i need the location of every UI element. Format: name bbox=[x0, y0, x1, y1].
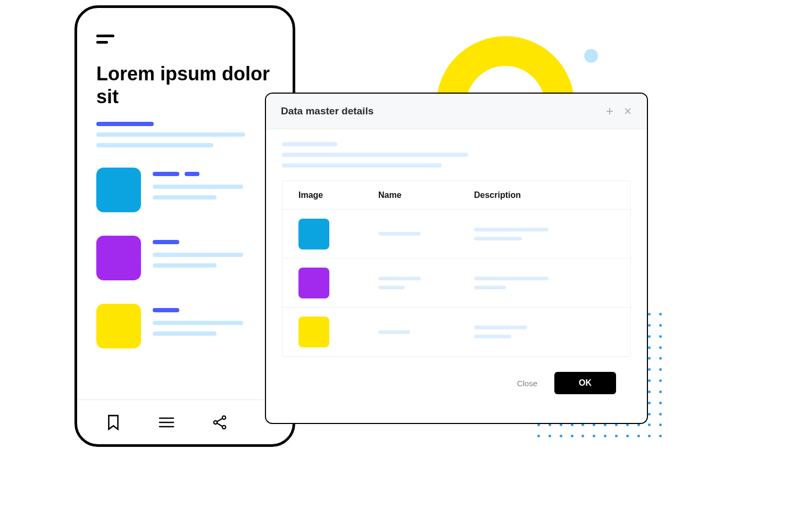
bookmark-icon[interactable] bbox=[105, 414, 122, 431]
ok-button[interactable]: OK bbox=[554, 372, 616, 394]
cell-description bbox=[474, 228, 614, 240]
list-icon[interactable] bbox=[158, 414, 175, 431]
svg-line-6 bbox=[217, 418, 222, 421]
data-table: Image Name Description bbox=[282, 180, 631, 357]
svg-point-3 bbox=[222, 415, 226, 419]
row-thumb-purple bbox=[298, 268, 329, 298]
table-row[interactable] bbox=[282, 210, 630, 259]
cell-name bbox=[378, 330, 474, 334]
share-icon[interactable] bbox=[211, 414, 228, 431]
modal-intro-skeleton bbox=[282, 142, 631, 168]
list-item[interactable] bbox=[96, 236, 273, 280]
col-image: Image bbox=[298, 190, 378, 200]
cell-name bbox=[378, 277, 474, 289]
row-thumb-yellow bbox=[298, 317, 329, 347]
phone-mockup: Lorem ipsum dolor sit bbox=[74, 5, 295, 447]
data-master-modal: Data master details Image Name Descripti… bbox=[265, 93, 648, 424]
thumbnail-cyan bbox=[96, 168, 141, 212]
table-row[interactable] bbox=[282, 307, 630, 356]
col-name: Name bbox=[378, 190, 474, 200]
close-button[interactable]: Close bbox=[514, 373, 541, 393]
close-icon[interactable] bbox=[624, 107, 632, 115]
row-thumb-cyan bbox=[298, 219, 329, 250]
modal-title: Data master details bbox=[281, 105, 373, 117]
modal-footer: Close OK bbox=[282, 372, 631, 408]
list-item[interactable] bbox=[96, 168, 273, 212]
intro-skeleton bbox=[96, 122, 273, 147]
phone-bottom-bar bbox=[77, 400, 293, 444]
svg-line-7 bbox=[217, 423, 222, 426]
table-row[interactable] bbox=[282, 259, 630, 307]
menu-icon[interactable] bbox=[96, 35, 114, 44]
decor-blue-dot bbox=[584, 49, 598, 63]
col-description: Description bbox=[474, 190, 614, 200]
cell-description bbox=[474, 326, 614, 338]
table-header: Image Name Description bbox=[282, 181, 630, 210]
modal-header: Data master details bbox=[266, 94, 647, 129]
list-item-lines bbox=[153, 236, 273, 280]
cell-description bbox=[474, 277, 614, 289]
list-item-lines bbox=[153, 304, 273, 348]
svg-point-5 bbox=[222, 425, 226, 428]
cell-name bbox=[378, 232, 474, 236]
page-title: Lorem ipsum dolor sit bbox=[96, 62, 273, 108]
thumbnail-yellow bbox=[96, 304, 141, 348]
thumbnail-purple bbox=[96, 236, 141, 280]
svg-point-4 bbox=[214, 420, 217, 423]
list-item-lines bbox=[153, 168, 273, 212]
add-icon[interactable] bbox=[605, 107, 614, 115]
list-item[interactable] bbox=[96, 304, 273, 348]
